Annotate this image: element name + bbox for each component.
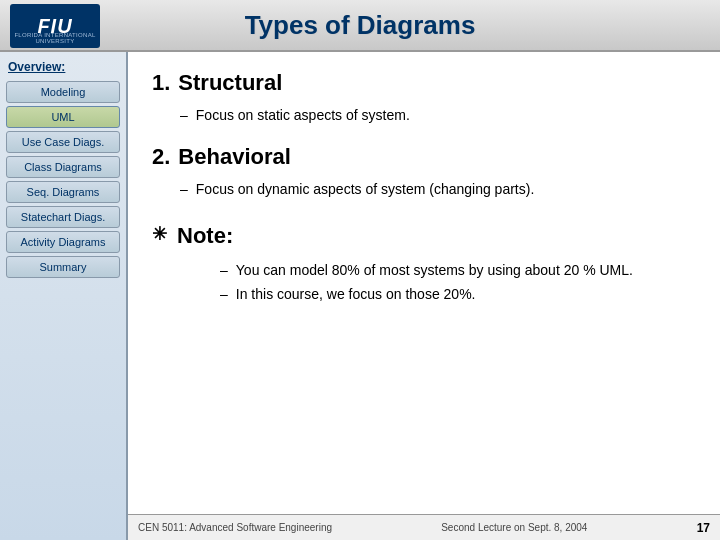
footer-page: 17 [697, 521, 710, 535]
sidebar-item-uml[interactable]: UML [6, 106, 120, 128]
sidebar: Overview: Modeling UML Use Case Diags. C… [0, 52, 128, 540]
section2-text-0: Focus on dynamic aspects of system (chan… [196, 180, 534, 200]
section-structural: 1. Structural – Focus on static aspects … [152, 70, 696, 130]
note-dash-0: – [220, 262, 228, 278]
sidebar-overview-label: Overview: [6, 60, 120, 74]
section1-header: 1. Structural [152, 70, 696, 102]
sidebar-item-summary[interactable]: Summary [6, 256, 120, 278]
note-text-1: In this course, we focus on those 20%. [236, 285, 476, 305]
footer: CEN 5011: Advanced Software Engineering … [128, 514, 720, 540]
note-section: ✳ Note: [152, 223, 696, 249]
section1-bullet-0: – Focus on static aspects of system. [180, 106, 696, 126]
footer-course: CEN 5011: Advanced Software Engineering [138, 522, 332, 533]
sidebar-item-activitydiagrams[interactable]: Activity Diagrams [6, 231, 120, 253]
note-bullets: – You can model 80% of most systems by u… [192, 261, 696, 308]
note-bullet-0: – You can model 80% of most systems by u… [220, 261, 696, 281]
section1-dash-0: – [180, 107, 188, 123]
note-bullet-1: – In this course, we focus on those 20%. [220, 285, 696, 305]
section2-number: 2. [152, 144, 170, 170]
section2-bullet-0: – Focus on dynamic aspects of system (ch… [180, 180, 696, 200]
section1-text-0: Focus on static aspects of system. [196, 106, 410, 126]
note-star: ✳ [152, 223, 167, 245]
content-area: 1. Structural – Focus on static aspects … [128, 52, 720, 540]
section2-dash-0: – [180, 181, 188, 197]
section2-header: 2. Behavioral [152, 144, 696, 176]
section2-title: Behavioral [178, 144, 291, 170]
header: FIU FLORIDA INTERNATIONAL UNIVERSITY Typ… [0, 0, 720, 52]
footer-lecture: Second Lecture on Sept. 8, 2004 [441, 522, 587, 533]
sidebar-item-modeling[interactable]: Modeling [6, 81, 120, 103]
page-title: Types of Diagrams [245, 10, 476, 41]
main-layout: Overview: Modeling UML Use Case Diags. C… [0, 52, 720, 540]
sidebar-item-classdiagrams[interactable]: Class Diagrams [6, 156, 120, 178]
note-dash-1: – [220, 286, 228, 302]
logo-sub: FLORIDA INTERNATIONAL UNIVERSITY [14, 32, 96, 44]
section-behavioral: 2. Behavioral – Focus on dynamic aspects… [152, 144, 696, 204]
section1-title: Structural [178, 70, 282, 96]
sidebar-item-seqdiagrams[interactable]: Seq. Diagrams [6, 181, 120, 203]
note-text-0: You can model 80% of most systems by usi… [236, 261, 633, 281]
logo: FIU FLORIDA INTERNATIONAL UNIVERSITY [10, 4, 100, 48]
note-title: Note: [177, 223, 233, 249]
section1-number: 1. [152, 70, 170, 96]
sidebar-item-statechartdiags[interactable]: Statechart Diags. [6, 206, 120, 228]
sidebar-item-usecasediags[interactable]: Use Case Diags. [6, 131, 120, 153]
